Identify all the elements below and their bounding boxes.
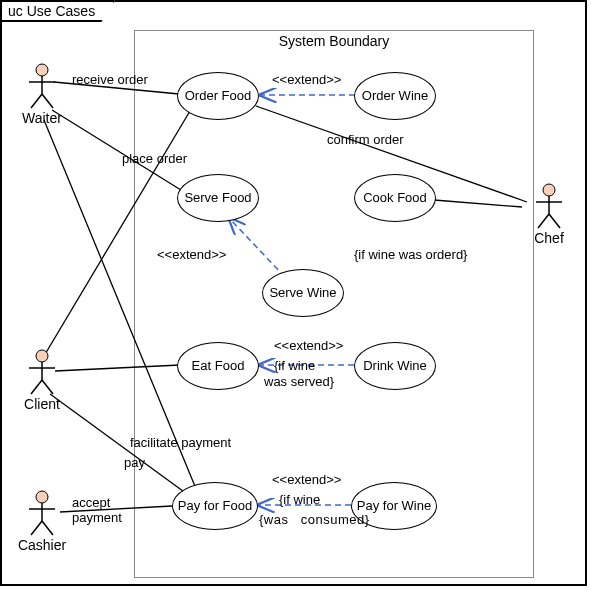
label-pay: pay <box>124 455 145 470</box>
usecase-label: Drink Wine <box>363 359 427 374</box>
label-guard-served-a: {if wine <box>274 358 315 373</box>
svg-line-26 <box>31 521 42 535</box>
usecase-label: Serve Wine <box>269 286 336 301</box>
label-confirm-order: confirm order <box>327 132 404 147</box>
label-place-order: place order <box>122 151 187 166</box>
label-receive-order: receive order <box>72 72 148 87</box>
actor-cashier: Cashier <box>12 489 72 553</box>
usecase-label: Order Wine <box>362 89 428 104</box>
label-extend-4: <<extend>> <box>272 472 341 487</box>
usecase-label: Cook Food <box>363 191 427 206</box>
usecase-label: Order Food <box>185 89 251 104</box>
svg-point-23 <box>36 491 48 503</box>
usecase-order-wine: Order Wine <box>354 72 436 120</box>
usecase-label: Eat Food <box>192 359 245 374</box>
label-guard-served-b: was served} <box>264 374 334 389</box>
usecase-pay-food: Pay for Food <box>172 482 258 530</box>
usecase-drink-wine: Drink Wine <box>354 342 436 390</box>
usecase-label: Pay for Food <box>178 499 252 514</box>
label-facilitate-payment: facilitate payment <box>130 435 231 450</box>
label-extend-3: <<extend>> <box>274 338 343 353</box>
label-guard-ordered: {if wine was orderd} <box>354 247 467 262</box>
svg-line-21 <box>31 380 42 394</box>
svg-line-27 <box>42 521 53 535</box>
usecase-serve-food: Serve Food <box>177 174 259 222</box>
svg-line-17 <box>42 94 53 108</box>
svg-line-22 <box>42 380 53 394</box>
usecase-serve-wine: Serve Wine <box>262 269 344 317</box>
svg-line-16 <box>31 94 42 108</box>
usecase-eat-food: Eat Food <box>177 342 259 390</box>
label-guard-consumed-a: {if wine <box>279 492 320 507</box>
frame-title: uc Use Cases <box>0 0 115 22</box>
label-extend-2: <<extend>> <box>157 247 226 262</box>
label-extend-1: <<extend>> <box>272 72 341 87</box>
svg-point-28 <box>543 184 555 196</box>
actor-waiter: Waiter <box>12 62 72 126</box>
usecase-order-food: Order Food <box>177 72 259 120</box>
svg-line-31 <box>538 214 549 228</box>
label-guard-consumed-b: {was consumed} <box>259 512 370 527</box>
label-accept-payment: acceptpayment <box>72 495 122 525</box>
actor-client: Client <box>12 348 72 412</box>
svg-line-32 <box>549 214 560 228</box>
actor-chef-label: Chef <box>519 230 579 246</box>
actor-waiter-label: Waiter <box>12 110 72 126</box>
actor-chef: Chef <box>519 182 579 246</box>
usecase-label: Serve Food <box>184 191 251 206</box>
diagram-frame: uc Use Cases System Boundary <box>0 0 587 586</box>
actor-client-label: Client <box>12 396 72 412</box>
svg-point-18 <box>36 350 48 362</box>
actor-cashier-label: Cashier <box>12 537 72 553</box>
boundary-title: System Boundary <box>135 33 533 49</box>
usecase-cook-food: Cook Food <box>354 174 436 222</box>
svg-point-13 <box>36 64 48 76</box>
